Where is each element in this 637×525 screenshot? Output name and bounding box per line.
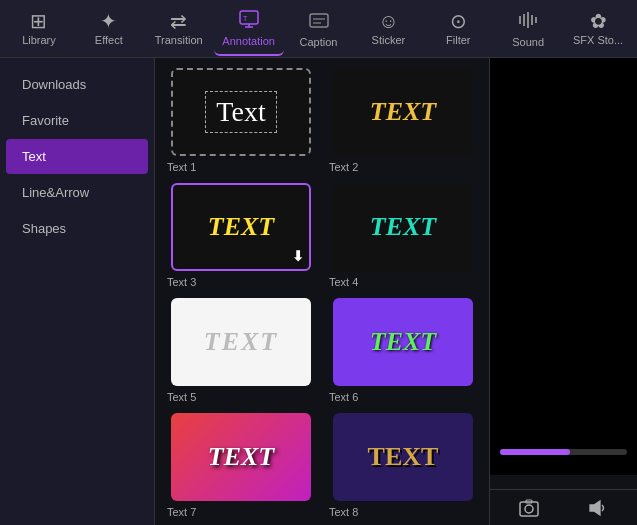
sidebar-item-favorite[interactable]: Favorite [6,103,148,138]
bottom-controls [490,489,637,525]
text-style-card-2[interactable]: TEXT Text 2 [327,68,479,173]
text-style-thumb-8: TEXT [333,413,473,501]
effect-icon: ✦ [100,11,117,31]
caption-icon [308,10,330,33]
toolbar-library[interactable]: ⊞ Library [4,2,74,56]
toolbar-filter[interactable]: ⊙ Filter [423,2,493,56]
text-style-thumb-7: TEXT [171,413,311,501]
sound-icon [517,10,539,33]
svg-point-13 [525,505,533,513]
sidebar-item-shapes[interactable]: Shapes [6,211,148,246]
svg-rect-8 [523,14,525,26]
text-style-card-4[interactable]: TEXT Text 4 [327,183,479,288]
toolbar-annotation[interactable]: T Annotation [214,2,284,56]
library-icon: ⊞ [30,11,47,31]
svg-rect-7 [519,16,521,24]
annotation-icon: T [238,9,260,32]
svg-marker-15 [590,501,600,515]
text-style-card-3[interactable]: TEXT ⬇ Text 3 [165,183,317,288]
transition-icon: ⇄ [170,11,187,31]
timeline-progress [500,449,570,455]
toolbar-sound[interactable]: Sound [493,2,563,56]
toolbar-transition[interactable]: ⇄ Transition [144,2,214,56]
text-style-thumb-3: TEXT ⬇ [171,183,311,271]
main-area: Downloads Favorite Text Line&Arrow Shape… [0,58,637,525]
svg-rect-12 [520,502,538,516]
sidebar: Downloads Favorite Text Line&Arrow Shape… [0,58,155,525]
text-styles-grid: Text Text 1 TEXT Text 2 TEXT ⬇ Text 3 [155,58,489,525]
toolbar-effect[interactable]: ✦ Effect [74,2,144,56]
toolbar-caption[interactable]: Caption [284,2,354,56]
text-style-card-8[interactable]: TEXT Text 8 [327,413,479,518]
text-style-thumb-5: TEXT [171,298,311,386]
sticker-icon: ☺ [378,11,398,31]
svg-rect-10 [531,15,533,25]
snapshot-button[interactable] [518,497,540,519]
text-style-thumb-6: TEXT [333,298,473,386]
download-badge: ⬇ [292,248,304,264]
sidebar-item-text[interactable]: Text [6,139,148,174]
right-panel [489,58,637,525]
text-style-card-5[interactable]: TEXT Text 5 [165,298,317,403]
text-style-thumb-4: TEXT [333,183,473,271]
sidebar-item-downloads[interactable]: Downloads [6,67,148,102]
toolbar-sfxstore[interactable]: ✿ SFX Sto... [563,2,633,56]
preview-area [490,58,637,475]
text-style-thumb-1: Text [171,68,311,156]
volume-button[interactable] [587,497,609,519]
filter-icon: ⊙ [450,11,467,31]
text-style-thumb-2: TEXT [333,68,473,156]
svg-text:T: T [243,15,248,22]
svg-rect-11 [535,17,537,23]
sidebar-item-linearrow[interactable]: Line&Arrow [6,175,148,210]
toolbar-sticker[interactable]: ☺ Sticker [353,2,423,56]
sfxstore-icon: ✿ [590,11,607,31]
toolbar: ⊞ Library ✦ Effect ⇄ Transition T Annota… [0,0,637,58]
text-style-card-1[interactable]: Text Text 1 [165,68,317,173]
svg-rect-4 [310,14,328,27]
text-style-card-6[interactable]: TEXT Text 6 [327,298,479,403]
svg-rect-9 [527,12,529,28]
text-style-card-7[interactable]: TEXT Text 7 [165,413,317,518]
